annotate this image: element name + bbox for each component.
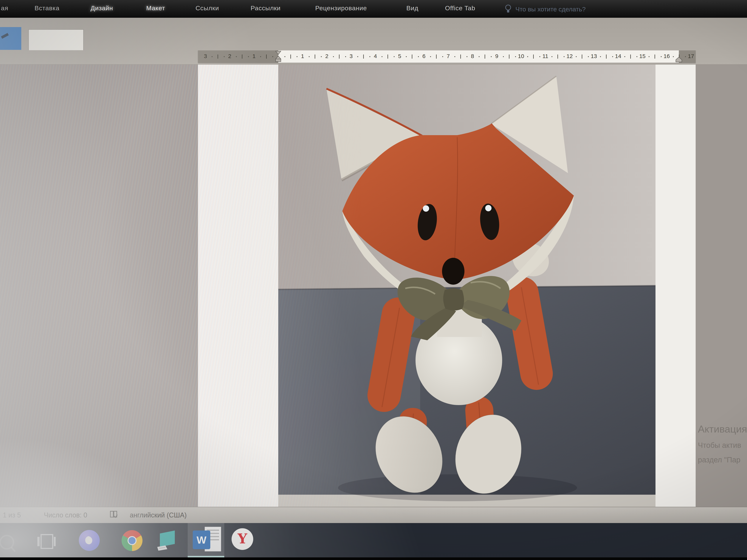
tell-me-box[interactable]: Что вы хотите сделать?	[504, 4, 586, 14]
proofing-book-icon[interactable]	[109, 510, 119, 519]
language-indicator[interactable]: английский (США)	[130, 511, 186, 519]
ruler-number: 10	[518, 53, 524, 59]
word-icon[interactable]: W	[193, 526, 223, 554]
ruler-number: 17	[688, 53, 694, 59]
watermark-line-2: Чтобы актив	[698, 438, 747, 452]
ruler-number: 16	[664, 53, 670, 59]
ribbon-tab-4[interactable]: Макет	[146, 4, 165, 12]
ruler-dot	[382, 56, 383, 57]
ruler-tick	[654, 54, 655, 59]
indent-markers[interactable]	[275, 51, 282, 62]
ruler-dot	[637, 56, 637, 57]
ruler-dot	[551, 56, 552, 57]
ruler-number: 7	[447, 53, 450, 59]
ruler-tick	[363, 54, 364, 59]
ruler-number: 6	[422, 53, 426, 59]
ruler-number: 1	[253, 53, 256, 59]
ruler-tick	[630, 54, 631, 59]
ruler-number: 4	[374, 53, 377, 59]
ruler-tick	[582, 54, 582, 59]
ruler-dot	[612, 56, 613, 57]
ruler-tick	[485, 54, 485, 59]
ribbon-tab-9[interactable]: Office Tab	[445, 4, 475, 12]
office-tab-active-document-tab[interactable]	[0, 27, 21, 50]
ruler-number: 3	[350, 53, 353, 59]
ruler-tick	[509, 54, 510, 59]
ruler-dot	[357, 56, 358, 57]
watermark-line-3: раздел "Пар	[698, 452, 747, 467]
ruler-dot	[649, 56, 649, 57]
ruler-number: 1	[301, 53, 304, 59]
ruler-dot	[321, 56, 322, 57]
ribbon-tab-3[interactable]: Дизайн	[91, 4, 113, 12]
ruler-dot	[297, 56, 298, 57]
ruler-tick	[339, 54, 339, 59]
ruler-dot	[624, 56, 625, 57]
lightbulb-icon	[504, 4, 512, 14]
ruler-dot	[394, 56, 394, 57]
status-bar: 1 из 5 Число слов: 0 английский (США)	[0, 507, 747, 524]
ruler-dot	[272, 56, 273, 57]
fox-nose	[442, 258, 464, 285]
ruler-dot	[248, 56, 249, 57]
ruler-dot	[600, 56, 601, 57]
ruler: 3211234567891011121314151617	[198, 50, 696, 63]
ribbon-tab-7[interactable]: Рецензирование	[315, 4, 367, 12]
document-photo[interactable]	[278, 64, 655, 507]
windows-activation-watermark: АктивацияЧтобы активраздел "Пар	[698, 420, 747, 467]
monitor-bezel	[0, 557, 747, 560]
ribbon-collapsed-strip: 3211234567891011121314151617	[0, 18, 747, 64]
fox-photo-illustration	[278, 64, 655, 507]
ruler-dot	[454, 56, 455, 57]
ruler-dot	[406, 56, 407, 57]
ruler-number: 9	[495, 53, 498, 59]
ruler-number: 5	[398, 53, 401, 59]
ruler-number: 11	[542, 53, 548, 59]
ruler-dot	[588, 56, 589, 57]
yandex-browser-icon[interactable]: Y	[232, 528, 253, 550]
right-indent-marker[interactable]	[675, 57, 682, 62]
document-page	[198, 64, 696, 507]
ruler-dot	[430, 56, 431, 57]
ruler-number: 12	[566, 53, 572, 59]
ruler-tick	[290, 54, 291, 59]
ribbon-tab-2[interactable]: Вставка	[34, 4, 59, 12]
word-count[interactable]: Число слов: 0	[44, 511, 87, 519]
tell-me-label: Что вы хотите сделать?	[515, 6, 586, 13]
page-position[interactable]: 1 из 5	[3, 511, 21, 519]
ruler-number: 14	[615, 53, 621, 59]
ruler-tick	[533, 54, 534, 59]
ruler-tick	[242, 54, 242, 59]
ruler-number: 15	[639, 53, 645, 59]
chrome-icon[interactable]	[121, 530, 143, 552]
ruler-dot	[309, 56, 310, 57]
ruler-dot	[236, 56, 237, 57]
ruler-dot	[539, 56, 540, 57]
ruler-dot	[260, 56, 261, 57]
ribbon-tab-6[interactable]: Рассылки	[251, 4, 281, 12]
ribbon-tab-bar: аяВставкаДизайнМакетСсылкиРассылкиРеценз…	[0, 0, 747, 18]
search-icon[interactable]	[0, 534, 18, 554]
ruler-number: 2	[325, 53, 329, 59]
task-view-icon[interactable]	[36, 533, 56, 552]
computer-icon[interactable]	[156, 528, 179, 552]
ruler-dot	[224, 56, 225, 57]
ruler-dot	[503, 56, 504, 57]
ruler-tick	[387, 54, 388, 59]
ruler-dot	[212, 56, 212, 57]
ruler-dot	[345, 56, 346, 57]
ruler-tick	[217, 54, 218, 59]
ruler-dot	[527, 56, 528, 57]
ruler-dot	[515, 56, 516, 57]
office-tab-new-tab[interactable]	[28, 29, 84, 50]
ruler-dot	[333, 56, 334, 57]
ruler-dot	[418, 56, 419, 57]
ribbon-tab-5[interactable]: Ссылки	[196, 4, 219, 12]
ribbon-tab-8[interactable]: Вид	[406, 4, 418, 12]
ribbon-tab-1[interactable]: ая	[1, 4, 8, 12]
ruler-tick	[436, 54, 437, 59]
ruler-tick	[606, 54, 607, 59]
ruler-dot	[564, 56, 565, 57]
taskbar: W Y	[0, 523, 747, 557]
alisa-assistant-icon[interactable]	[79, 530, 100, 551]
